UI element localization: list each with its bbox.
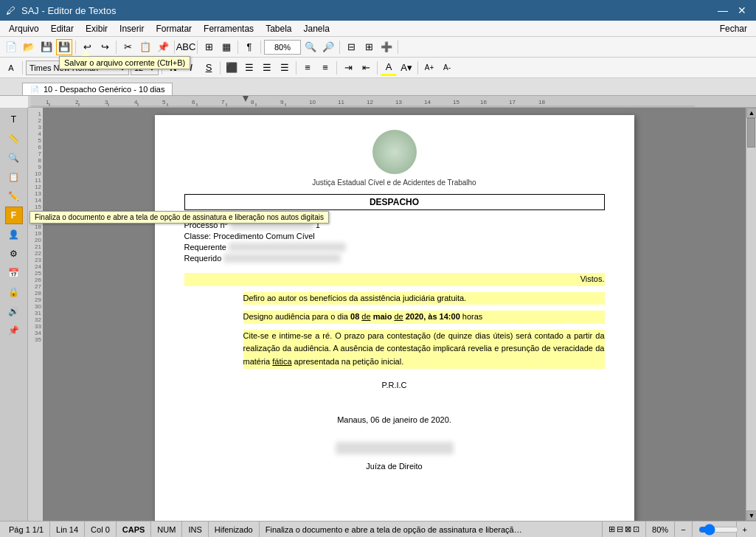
tb-open[interactable]: 📂 [21,39,37,55]
status-zoom-minus[interactable]: − [675,522,692,537]
tb-font-size-inc[interactable]: A+ [421,60,437,76]
scroll-down-btn[interactable]: ▼ [746,510,756,521]
audio-icon: 🔊 [8,306,19,316]
line-26: 26 [28,277,41,283]
status-zoom-plus[interactable]: + [737,522,753,537]
menu-inserir[interactable]: Inserir [114,22,150,35]
juiza-text: Juíza de Direito [366,462,422,471]
menu-editar[interactable]: Editar [45,22,80,35]
menu-formatar[interactable]: Formatar [150,22,198,35]
doc-title-text: DESPACHO [370,197,419,207]
line-8: 8 [28,157,41,164]
line-29: 29 [28,297,41,303]
tool-finalize[interactable]: F [5,207,23,224]
close-button[interactable]: ✕ [734,2,750,18]
tb-plus[interactable]: ➕ [378,39,395,55]
tab-icon: 📄 [30,86,39,94]
svg-rect-0 [31,96,756,108]
tb-cols[interactable]: ⊟ [343,39,359,55]
zoom-control[interactable]: 80% 🔍 🔎 [264,39,336,55]
status-hifenizado: Hifenizado [209,522,260,537]
para-vistos: Vistos. [184,273,605,286]
tool-clip[interactable]: 📋 [5,168,23,186]
minimize-button[interactable]: — [715,2,731,18]
menu-bar: Arquivo Editar Exibir Inserir Formatar F… [0,21,756,37]
ruler-svg: // Will render ruler marks via SVG 1 2 3… [31,96,756,108]
zoom-slider-input[interactable] [698,524,739,536]
tb-sep-3 [174,41,175,54]
tb-color[interactable]: A [381,60,397,76]
document-tab[interactable]: 📄 10 - Despacho Genérico - 10 dias [22,83,173,95]
tb2-font-icon[interactable]: A [3,60,19,76]
tb-font-size-dec[interactable]: A- [439,60,455,76]
zoom-out[interactable]: 🔎 [320,39,336,55]
menu-tabela[interactable]: Tabela [260,22,297,35]
pric-text: P.R.I.C [381,381,406,389]
tb-align-left[interactable]: ⬛ [223,60,240,76]
tb-save[interactable]: 💾 [38,39,55,55]
tool-settings[interactable]: ⚙ [5,245,23,263]
zoom-input[interactable]: 80% [264,40,301,55]
tb-copy[interactable]: 📋 [137,39,153,55]
tb-redo[interactable]: ↪ [97,39,113,55]
scroll-track [746,118,756,510]
tb-paste[interactable]: 📌 [155,39,171,55]
tb-spell[interactable]: ABC [178,39,194,55]
scroll-thumb[interactable] [747,118,755,148]
line-35: 35 [28,336,41,343]
zoom-plus-icon: + [743,525,747,534]
tb-align-center[interactable]: ☰ [241,60,257,76]
tb2-sep-6 [377,61,378,75]
menu-fechar[interactable]: Fechar [714,22,753,35]
line-7: 7 [28,150,41,157]
menu-ferramentas[interactable]: Ferramentas [198,22,260,35]
scroll-up-btn[interactable]: ▲ [746,108,756,118]
tool-pin[interactable]: 📌 [5,322,23,339]
tool-audio[interactable]: 🔊 [5,302,23,320]
tb-align-right[interactable]: ☰ [259,60,275,76]
tb-table[interactable]: ⊞ [201,39,217,55]
status-zoom-slider[interactable] [693,522,737,537]
tooltip-box: Salvar o arquivo corrente (Ctrl+B) [59,56,190,69]
zoom-in[interactable]: 🔍 [302,39,319,55]
tb-outdent[interactable]: ⇤ [358,60,374,76]
tb-align-justify[interactable]: ☰ [277,60,293,76]
finalize-tooltip: Finaliza o documento e abre a tela de op… [30,211,329,224]
line-34: 34 [28,330,41,336]
tool-ruler[interactable]: 📏 [5,130,23,148]
menu-janela[interactable]: Janela [298,22,336,35]
tool-user[interactable]: 👤 [5,226,23,243]
menu-arquivo[interactable]: Arquivo [3,22,45,35]
requerente-label: Requerente [184,243,227,252]
tb-underline[interactable]: S [201,60,217,76]
tb-table2[interactable]: ▦ [218,39,235,55]
tool-search[interactable]: 🔍 [5,149,23,167]
scrollbar-v[interactable]: ▲ ▼ [746,108,756,521]
tool-calendar[interactable]: 📅 [5,264,23,282]
tb-indent[interactable]: ⇥ [340,60,356,76]
tb-frame[interactable]: ⊞ [361,39,377,55]
clip-icon: 📋 [8,172,19,182]
svg-text:16: 16 [480,99,487,105]
title-bar-icon: 🖊 [6,5,15,16]
line-15: 15 [28,204,41,210]
tool-edit[interactable]: ✏️ [5,187,23,205]
line-22: 22 [28,250,41,257]
para2-text: Designo audiência para o dia 08 de maio … [243,312,483,321]
document-area[interactable]: Justiça Estadual Cível e de Acidentes de… [43,108,746,521]
tb-new[interactable]: 📄 [3,39,19,55]
svg-text:10: 10 [309,99,316,105]
tb-bg-color[interactable]: A▾ [398,60,415,76]
tb-list-ul[interactable]: ≡ [299,60,316,76]
left-sidebar: T 📏 🔍 📋 ✏️ F Finaliza o documento e abre… [0,108,28,521]
para-assinatura [184,442,605,455]
tool-lock[interactable]: 🔒 [5,283,23,301]
svg-text:15: 15 [453,99,460,105]
menu-exibir[interactable]: Exibir [80,22,114,35]
tb-cut[interactable]: ✂ [119,39,136,55]
tb-list-ol[interactable]: ≡ [317,60,333,76]
tb-pilcrow[interactable]: ¶ [241,39,257,55]
tb-sep-8 [398,41,398,54]
tool-text[interactable]: T [5,111,23,128]
tb-save-current[interactable]: 💾 [56,39,72,55]
